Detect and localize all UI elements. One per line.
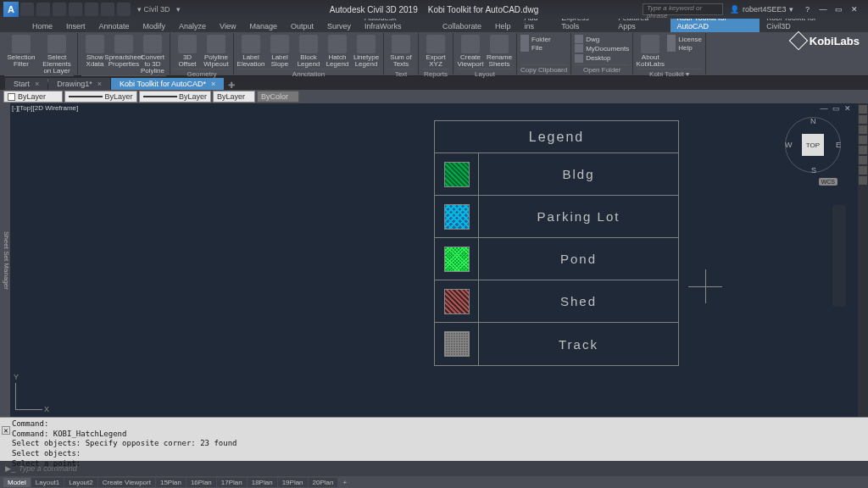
- qat-plot-icon[interactable]: [85, 3, 98, 16]
- help-icon[interactable]: ?: [800, 5, 814, 14]
- select-elements-on-layer-button[interactable]: Select Elements on Layer: [40, 35, 74, 75]
- legend-swatch-bldg: [444, 162, 470, 187]
- doc-tab[interactable]: Drawing1* ×: [48, 78, 110, 90]
- license-button[interactable]: License: [667, 35, 702, 43]
- tool-icon[interactable]: [859, 146, 867, 154]
- navigation-bar[interactable]: [832, 205, 846, 307]
- viewport[interactable]: [-][Top][2D Wireframe] — ▭ ✕ Legend Bldg…: [10, 103, 858, 417]
- close-icon[interactable]: ✕: [848, 5, 861, 14]
- qat-redo-icon[interactable]: [117, 3, 131, 16]
- open-dwg-button[interactable]: Dwg: [575, 35, 599, 43]
- ribbon-tab-annotate[interactable]: Annotate: [92, 20, 136, 32]
- lineweight-dropdown[interactable]: ByLayer: [213, 91, 255, 103]
- tool-icon[interactable]: [859, 105, 867, 114]
- color-dropdown[interactable]: ByLayer: [64, 91, 137, 103]
- layout-tab[interactable]: Layout1: [31, 478, 64, 487]
- ribbon-tab-manage[interactable]: Manage: [242, 20, 284, 32]
- signin-button[interactable]: 👤 robert4SEE3 ▾: [730, 5, 794, 14]
- ribbon-tab-output[interactable]: Output: [284, 20, 320, 32]
- qat-open-icon[interactable]: [36, 3, 50, 16]
- viewport-maximize-icon[interactable]: ▭: [831, 104, 841, 113]
- open-mydocs-button[interactable]: MyDocuments: [575, 44, 629, 53]
- linetype-dropdown[interactable]: ByLayer: [139, 91, 212, 103]
- create-viewport-button[interactable]: Create Viewport: [457, 35, 484, 68]
- layout-tab[interactable]: 19Plan: [278, 478, 308, 487]
- compass-e[interactable]: E: [836, 141, 841, 149]
- sum-of-texts-button[interactable]: Sum of Texts: [387, 35, 415, 68]
- plotcolor-dropdown[interactable]: ByColor: [257, 91, 299, 103]
- layout-tab[interactable]: 15Plan: [156, 478, 186, 487]
- ribbon-tab-insert[interactable]: Insert: [59, 20, 92, 32]
- tool-icon[interactable]: [859, 166, 867, 175]
- qat-undo-icon[interactable]: [101, 3, 114, 16]
- export-xyz-button[interactable]: Export XYZ: [422, 35, 449, 68]
- ribbon-tab-collaborate[interactable]: Collaborate: [436, 20, 488, 32]
- ucs-icon[interactable]: X Y: [15, 374, 51, 410]
- panel-geometry: 3D Offset Polyline Wipeout Geometry: [170, 33, 234, 75]
- layer-dropdown[interactable]: ByLayer: [3, 91, 63, 103]
- wcs-tag[interactable]: WCS: [819, 178, 837, 186]
- viewport-minimize-icon[interactable]: —: [819, 104, 829, 113]
- ribbon-tab-home[interactable]: Home: [25, 20, 59, 32]
- viewcube[interactable]: TOP N S E W: [783, 115, 843, 175]
- block-legend-button[interactable]: Block Legend: [295, 35, 322, 68]
- linetype-legend-button[interactable]: Linetype Legend: [353, 35, 380, 68]
- ribbon-tab-analyze[interactable]: Analyze: [172, 20, 213, 32]
- 3d-offset-button[interactable]: 3D Offset: [174, 35, 201, 68]
- ribbon-tab-view[interactable]: View: [213, 20, 242, 32]
- qat-new-icon[interactable]: [20, 3, 34, 16]
- cmdline-close-icon[interactable]: ✕: [2, 426, 10, 435]
- app-logo[interactable]: A: [3, 2, 19, 17]
- layout-tab[interactable]: 17Plan: [217, 478, 247, 487]
- kobi-help-button[interactable]: Help: [667, 43, 702, 52]
- layout-tab[interactable]: 16Plan: [186, 478, 216, 487]
- qat-saveas-icon[interactable]: [69, 3, 82, 16]
- tab-close-icon[interactable]: ×: [35, 80, 39, 88]
- hatch-legend-button[interactable]: Hatch Legend: [324, 35, 351, 68]
- rename-sheets-button[interactable]: Rename Sheets: [486, 35, 513, 68]
- tool-icon[interactable]: [859, 136, 867, 144]
- tool-icon[interactable]: [859, 156, 867, 164]
- add-layout-button[interactable]: +: [338, 479, 351, 486]
- layout-tab[interactable]: 18Plan: [248, 478, 277, 487]
- workspace-dropdown[interactable]: ▾ Civil 3D ▾: [137, 5, 181, 14]
- compass-s[interactable]: S: [811, 166, 816, 175]
- minimize-icon[interactable]: —: [816, 5, 830, 14]
- ribbon-tab-modify[interactable]: Modify: [136, 20, 173, 32]
- spreadsheet-properties-button[interactable]: Spreadsheet Properties: [110, 35, 137, 75]
- clip-folder-button[interactable]: Folder: [520, 35, 551, 43]
- layout-tab[interactable]: Model: [3, 478, 31, 487]
- qat-save-icon[interactable]: [53, 3, 66, 16]
- doc-tab[interactable]: Start ×: [5, 78, 47, 90]
- compass-n[interactable]: N: [810, 117, 816, 125]
- layout-tab[interactable]: Create Viewport: [98, 478, 155, 487]
- tab-close-icon[interactable]: ×: [211, 80, 215, 88]
- label-slope-button[interactable]: Label Slope: [266, 35, 293, 68]
- viewport-label[interactable]: [-][Top][2D Wireframe]: [12, 104, 78, 112]
- polyline-wipeout-button[interactable]: Polyline Wipeout: [203, 35, 230, 68]
- clip-file-button[interactable]: File: [520, 43, 542, 52]
- layout-tab[interactable]: 20Plan: [309, 478, 338, 487]
- convert-3d-polyline-button[interactable]: Convert to 3D Polyline: [139, 35, 166, 75]
- tool-icon[interactable]: [859, 115, 867, 124]
- maximize-icon[interactable]: ▭: [832, 5, 845, 14]
- tab-close-icon[interactable]: ×: [97, 80, 102, 88]
- command-history[interactable]: ✕ Command: Command: KOBI_HatchLegend Sel…: [0, 417, 868, 461]
- label-elevation-button[interactable]: Label Elevation: [237, 35, 264, 68]
- selection-filter-button[interactable]: Selection Filter: [4, 35, 38, 75]
- new-tab-button[interactable]: ✚: [225, 80, 238, 90]
- tool-icon[interactable]: [859, 125, 867, 134]
- compass-w[interactable]: W: [785, 141, 793, 149]
- layout-tab[interactable]: Layout2: [64, 478, 97, 487]
- viewport-close-icon[interactable]: ✕: [843, 104, 853, 113]
- doc-tab[interactable]: Kobi Toolkit for AutoCAD* ×: [111, 78, 224, 90]
- open-desktop-button[interactable]: Desktop: [575, 54, 610, 63]
- legend-label: Pond: [479, 238, 678, 280]
- about-kobilabs-button[interactable]: About KobiLabs: [637, 35, 664, 68]
- legend-swatch-track: [444, 331, 470, 357]
- tool-icon[interactable]: [859, 176, 867, 185]
- ribbon-tab-survey[interactable]: Survey: [320, 20, 358, 32]
- ribbon-tab-help[interactable]: Help: [488, 20, 518, 32]
- sheet-set-manager-palette[interactable]: Sheet Set Manager: [0, 103, 10, 417]
- search-input[interactable]: Type a keyword or phrase: [643, 3, 723, 15]
